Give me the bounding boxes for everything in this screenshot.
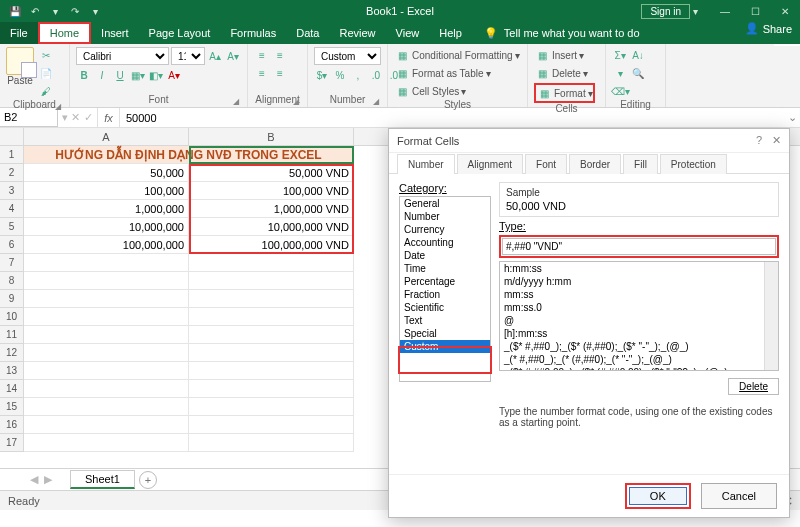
row-header[interactable]: 17 — [0, 434, 24, 452]
category-list[interactable]: General Number Currency Accounting Date … — [399, 196, 491, 382]
increase-font-icon[interactable]: A▴ — [207, 48, 223, 64]
format-cells-button[interactable]: ▦Format ▾ — [534, 83, 595, 103]
row-header[interactable]: 1 — [0, 146, 24, 164]
dialog-tab-font[interactable]: Font — [525, 154, 567, 174]
cell[interactable] — [189, 326, 354, 344]
clipboard-launcher-icon[interactable]: ◢ — [55, 102, 61, 111]
italic-button[interactable]: I — [94, 67, 110, 83]
ok-button[interactable]: OK — [629, 487, 687, 505]
type-input[interactable] — [502, 238, 776, 255]
cell[interactable] — [24, 434, 189, 452]
delete-cells-button[interactable]: ▦Delete ▾ — [534, 65, 588, 81]
scrollbar[interactable] — [764, 262, 778, 370]
cell[interactable] — [24, 254, 189, 272]
align-mid-icon[interactable]: ≡ — [272, 47, 288, 63]
row-header[interactable]: 11 — [0, 326, 24, 344]
cell[interactable] — [189, 434, 354, 452]
row-header[interactable]: 14 — [0, 380, 24, 398]
font-color-icon[interactable]: A▾ — [166, 67, 182, 83]
cut-icon[interactable]: ✂ — [38, 47, 54, 63]
close-icon[interactable]: ✕ — [770, 0, 800, 22]
cell-styles-button[interactable]: ▦Cell Styles ▾ — [394, 83, 466, 99]
select-all-corner[interactable] — [0, 128, 24, 145]
cell[interactable] — [24, 290, 189, 308]
sheet-tab-sheet1[interactable]: Sheet1 — [70, 470, 135, 489]
row-header[interactable]: 5 — [0, 218, 24, 236]
tab-file[interactable]: File — [0, 22, 38, 44]
align-left-icon[interactable]: ≡ — [254, 65, 270, 81]
list-item[interactable]: _($* #,##0_);_($* (#,##0);_($* "-"_);_(@… — [500, 340, 778, 353]
font-launcher-icon[interactable]: ◢ — [233, 97, 239, 106]
cell[interactable] — [189, 254, 354, 272]
align-center-icon[interactable]: ≡ — [272, 65, 288, 81]
alignment-launcher-icon[interactable]: ◢ — [293, 97, 299, 106]
list-item[interactable]: @ — [500, 314, 778, 327]
autosum-icon[interactable]: Σ▾ — [612, 47, 628, 63]
cell[interactable] — [24, 380, 189, 398]
tab-scroll-left-icon[interactable]: ◀ — [30, 473, 38, 486]
list-item[interactable]: h:mm:ss — [500, 262, 778, 275]
dialog-tab-border[interactable]: Border — [569, 154, 621, 174]
title-cell[interactable]: HƯỚNG DẪN ĐỊNH DẠNG NVĐ TRONG EXCEL — [24, 146, 354, 164]
list-item[interactable]: mm:ss.0 — [500, 301, 778, 314]
cell[interactable] — [24, 398, 189, 416]
list-item[interactable]: Date — [400, 249, 490, 262]
conditional-formatting-button[interactable]: ▦Conditional Formatting ▾ — [394, 47, 520, 63]
minimize-icon[interactable]: — — [710, 0, 740, 22]
cell[interactable]: 50,000 — [24, 164, 189, 182]
fill-icon[interactable]: ▾ — [612, 65, 628, 81]
cancel-button[interactable]: Cancel — [701, 483, 777, 509]
redo-icon[interactable]: ↷ — [66, 2, 84, 20]
list-item[interactable]: Time — [400, 262, 490, 275]
cell[interactable]: 100,000,000 — [24, 236, 189, 254]
percent-icon[interactable]: % — [332, 67, 348, 83]
row-header[interactable]: 7 — [0, 254, 24, 272]
tab-insert[interactable]: Insert — [91, 22, 139, 44]
cell[interactable]: 50,000 VND — [189, 164, 354, 182]
row-header[interactable]: 15 — [0, 398, 24, 416]
clear-icon[interactable]: ⌫▾ — [612, 83, 628, 99]
list-item[interactable]: Special — [400, 327, 490, 340]
font-size-select[interactable]: 11 — [171, 47, 205, 65]
row-header[interactable]: 9 — [0, 290, 24, 308]
cell[interactable] — [24, 326, 189, 344]
cell[interactable] — [24, 344, 189, 362]
list-item[interactable]: [h]:mm:ss — [500, 327, 778, 340]
list-item[interactable]: Text — [400, 314, 490, 327]
list-item[interactable]: Currency — [400, 223, 490, 236]
format-list[interactable]: h:mm:ss m/d/yyyy h:mm mm:ss mm:ss.0 @ [h… — [499, 261, 779, 371]
tab-view[interactable]: View — [386, 22, 430, 44]
row-header[interactable]: 12 — [0, 344, 24, 362]
list-item[interactable]: _(* #,##0_);_(* (#,##0);_(* "-"_);_(@_) — [500, 353, 778, 366]
list-item[interactable]: _($* #,##0.00_);_($* (#,##0.00);_($* "-"… — [500, 366, 778, 371]
list-item[interactable]: mm:ss — [500, 288, 778, 301]
bold-button[interactable]: B — [76, 67, 92, 83]
tab-page-layout[interactable]: Page Layout — [139, 22, 221, 44]
col-header-b[interactable]: B — [189, 128, 354, 145]
row-header[interactable]: 6 — [0, 236, 24, 254]
dialog-tab-protection[interactable]: Protection — [660, 154, 727, 174]
cell[interactable] — [24, 272, 189, 290]
align-top-icon[interactable]: ≡ — [254, 47, 270, 63]
row-header[interactable]: 3 — [0, 182, 24, 200]
cell[interactable]: 100,000 — [24, 182, 189, 200]
list-item[interactable]: m/d/yyyy h:mm — [500, 275, 778, 288]
cell[interactable] — [189, 308, 354, 326]
cell[interactable] — [189, 344, 354, 362]
row-header[interactable]: 2 — [0, 164, 24, 182]
save-icon[interactable]: 💾 — [6, 2, 24, 20]
tab-data[interactable]: Data — [286, 22, 329, 44]
tab-home[interactable]: Home — [38, 22, 91, 44]
qat-customize-icon[interactable]: ▾ — [86, 2, 104, 20]
tell-me[interactable]: 💡 Tell me what you want to do — [484, 22, 640, 44]
cell[interactable]: 100,000,000 VND — [189, 236, 354, 254]
share-button[interactable]: 👤 Share — [745, 22, 792, 35]
dialog-close-icon[interactable]: ✕ — [772, 134, 781, 147]
dialog-tab-alignment[interactable]: Alignment — [457, 154, 523, 174]
cell[interactable] — [189, 272, 354, 290]
sort-filter-icon[interactable]: A↓ — [630, 47, 646, 63]
tab-help[interactable]: Help — [429, 22, 472, 44]
cell[interactable] — [189, 416, 354, 434]
row-header[interactable]: 8 — [0, 272, 24, 290]
cell[interactable] — [24, 416, 189, 434]
